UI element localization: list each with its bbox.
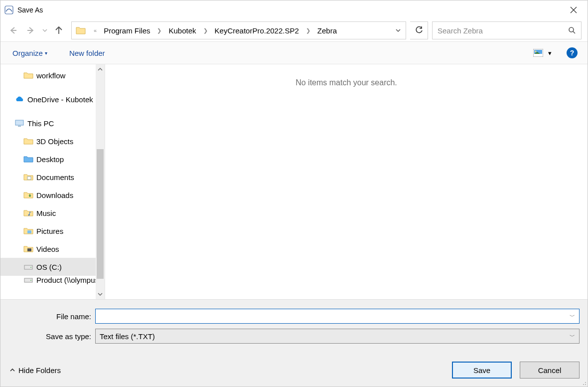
- search-input[interactable]: [438, 26, 568, 35]
- filename-input[interactable]: [100, 312, 570, 321]
- tree-item-label: Desktop: [36, 155, 64, 164]
- breadcrumb-item[interactable]: Kubotek: [166, 25, 198, 36]
- chevron-down-icon: [42, 28, 47, 33]
- tree-item[interactable]: This PC: [0, 114, 105, 132]
- app-icon: [4, 5, 13, 14]
- up-button[interactable]: [50, 22, 67, 39]
- chevron-up-icon: [98, 67, 103, 72]
- tree-item-label: OneDrive - Kubotek: [27, 95, 93, 104]
- breadcrumb-item[interactable]: KeyCreatorPro.2022.SP2: [213, 25, 301, 36]
- organize-button[interactable]: Organize▾: [10, 47, 49, 59]
- scroll-up-button[interactable]: [96, 64, 105, 74]
- tree-item[interactable]: Pictures: [0, 222, 105, 240]
- svg-point-12: [30, 267, 31, 268]
- tree-item[interactable]: Desktop: [0, 150, 105, 168]
- svg-rect-5: [15, 120, 23, 125]
- help-button[interactable]: ?: [567, 47, 578, 58]
- refresh-icon: [415, 26, 424, 35]
- tree-item[interactable]: Videos: [0, 240, 105, 258]
- arrow-up-icon: [54, 25, 64, 35]
- refresh-button[interactable]: [410, 21, 428, 39]
- titlebar: Save As: [0, 0, 588, 19]
- scrollbar-thumb[interactable]: [97, 149, 104, 279]
- tree-scrollbar[interactable]: [96, 64, 105, 299]
- pc-icon: [14, 119, 23, 127]
- search-box[interactable]: [432, 21, 582, 39]
- tree-item-label: Music: [36, 209, 56, 217]
- save-as-type-value: Text files (*.TXT): [100, 332, 570, 341]
- svg-point-17: [585, 382, 586, 383]
- svg-point-15: [585, 384, 586, 385]
- tree-item-label: OS (C:): [36, 263, 62, 271]
- pictures-icon: [23, 227, 32, 235]
- chevron-right-icon: ❯: [203, 27, 208, 34]
- close-icon: [570, 6, 577, 13]
- hide-folders-button[interactable]: Hide Folders: [9, 366, 61, 375]
- chevron-down-icon[interactable]: ﹀: [570, 333, 575, 340]
- address-history-dropdown[interactable]: [393, 28, 404, 33]
- tree-item[interactable]: Product (\\olympus): [0, 276, 105, 287]
- search-icon[interactable]: [568, 26, 576, 34]
- tree-item[interactable]: OneDrive - Kubotek: [0, 90, 105, 108]
- recent-dropdown[interactable]: [40, 22, 49, 39]
- window-title: Save As: [17, 6, 43, 14]
- resize-grip[interactable]: [581, 380, 587, 386]
- svg-rect-10: [27, 248, 31, 251]
- breadcrumb-item[interactable]: Zebra: [315, 25, 339, 36]
- drive-icon: [23, 263, 32, 271]
- tree-item-label: Product (\\olympus): [36, 276, 101, 284]
- save-button[interactable]: Save: [452, 362, 512, 379]
- chevron-right-icon: ❯: [157, 27, 161, 34]
- save-as-dialog: Save As « Program Files ❯ Kubotek ❯ KeyC…: [0, 0, 588, 387]
- navigation-tree[interactable]: workflowOneDrive - KubotekThis PC3D Obje…: [0, 64, 105, 299]
- arrow-right-icon: [26, 25, 36, 35]
- tree-item-label: This PC: [27, 119, 54, 128]
- nav-row: « Program Files ❯ Kubotek ❯ KeyCreatorPr…: [0, 19, 588, 41]
- tree-item-label: 3D Objects: [36, 137, 73, 146]
- new-folder-button[interactable]: New folder: [67, 47, 107, 59]
- back-button[interactable]: [4, 22, 21, 39]
- folder-icon: [23, 137, 32, 145]
- chevron-down-icon: ▾: [548, 49, 552, 57]
- file-list[interactable]: No items match your search.: [105, 64, 588, 299]
- tree-item[interactable]: 3D Objects: [0, 132, 105, 150]
- svg-rect-6: [18, 126, 21, 127]
- tree-item[interactable]: OS (C:): [0, 258, 105, 276]
- docs-icon: [23, 173, 32, 181]
- body: workflowOneDrive - KubotekThis PC3D Obje…: [0, 64, 588, 299]
- breadcrumb-item[interactable]: Program Files: [102, 25, 152, 36]
- close-button[interactable]: [564, 2, 584, 17]
- tree-item-label: workflow: [36, 71, 65, 80]
- tree-item[interactable]: Documents: [0, 168, 105, 186]
- chevron-down-icon: ▾: [45, 50, 47, 56]
- forward-button[interactable]: [22, 22, 39, 39]
- filename-label: File name:: [5, 312, 95, 321]
- music-icon: [23, 209, 32, 217]
- tree-item[interactable]: Music: [0, 204, 105, 222]
- svg-rect-0: [5, 6, 13, 14]
- tree-item[interactable]: workflow: [0, 66, 105, 84]
- chevron-up-icon: [9, 367, 15, 373]
- bottom-panel: File name: ﹀ Save as type: Text files (*…: [0, 299, 588, 387]
- svg-point-14: [30, 280, 31, 281]
- toolbar: Organize▾ New folder ▾ ?: [0, 41, 588, 64]
- svg-rect-7: [27, 177, 31, 180]
- tree-item[interactable]: Downloads: [0, 186, 105, 204]
- svg-point-1: [569, 27, 574, 32]
- tree-item-label: Videos: [36, 245, 59, 253]
- scroll-down-button[interactable]: [96, 289, 105, 299]
- filename-combo[interactable]: ﹀: [95, 309, 580, 324]
- tree-item-label: Downloads: [36, 191, 73, 199]
- folder-blue-icon: [23, 155, 32, 163]
- chevron-down-icon[interactable]: ﹀: [570, 313, 575, 320]
- cancel-button[interactable]: Cancel: [520, 362, 580, 379]
- view-options-button[interactable]: ▾: [533, 49, 552, 57]
- chevron-down-icon: [396, 28, 401, 33]
- arrow-left-icon: [8, 25, 18, 35]
- breadcrumb-overflow[interactable]: «: [94, 27, 97, 33]
- svg-point-4: [535, 51, 537, 52]
- save-as-type-combo[interactable]: Text files (*.TXT) ﹀: [95, 329, 580, 344]
- drive-icon: [23, 276, 32, 284]
- svg-rect-9: [27, 230, 31, 233]
- address-bar[interactable]: « Program Files ❯ Kubotek ❯ KeyCreatorPr…: [71, 21, 406, 39]
